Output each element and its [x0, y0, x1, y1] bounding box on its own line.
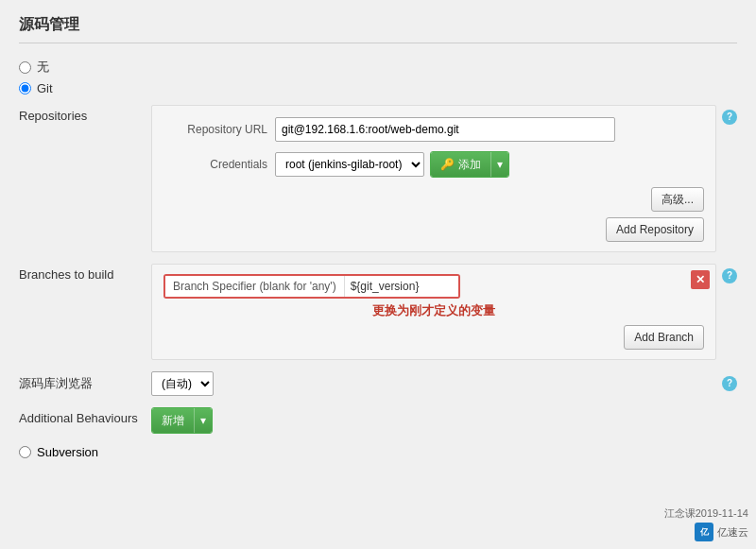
source-browser-field: 源码库浏览器 (自动) ? — [19, 371, 737, 396]
remove-branch-button[interactable]: ✕ — [691, 270, 710, 289]
watermark-logo: 亿 亿速云 — [695, 523, 748, 541]
branch-specifier-input[interactable] — [345, 276, 458, 297]
add-branch-row: Add Branch — [163, 325, 704, 350]
advanced-row: 高级... — [163, 187, 704, 212]
subversion-row: Subversion — [19, 445, 737, 459]
credentials-controls: root (jenkins-gilab-root) 🔑 添加 ▾ — [275, 151, 509, 178]
watermark-text-2: 亿速云 — [717, 525, 748, 540]
additional-behaviours-field: Additional Behaviours 新增 ▾ — [19, 407, 737, 434]
credentials-select[interactable]: root (jenkins-gilab-root) — [275, 152, 424, 177]
add-behaviour-dropdown[interactable]: ▾ — [195, 408, 212, 433]
watermark-text-1: 江念课2019-11-14 — [664, 506, 748, 521]
radio-none-item: 无 — [19, 59, 737, 76]
branches-field: Branches to build ✕ Branch Specifier (bl… — [19, 264, 737, 360]
additional-behaviours-content: 新增 ▾ — [151, 407, 737, 434]
repo-url-input[interactable] — [275, 117, 615, 142]
scm-radio-group: 无 Git — [19, 59, 737, 95]
credentials-row: Credentials root (jenkins-gilab-root) 🔑 … — [163, 151, 704, 178]
repositories-label: Repositories — [19, 105, 151, 123]
main-panel: 源码管理 无 Git Repositories Repository URL — [0, 0, 756, 549]
add-credentials-button[interactable]: 🔑 添加 — [431, 152, 491, 177]
source-browser-label: 源码库浏览器 — [19, 371, 151, 392]
add-credentials-btn-group: 🔑 添加 ▾ — [430, 151, 509, 178]
branch-specifier-label: Branch Specifier (blank for 'any') — [165, 276, 345, 297]
source-browser-help-icon[interactable]: ? — [722, 376, 737, 391]
source-browser-select[interactable]: (自动) — [151, 371, 214, 396]
repo-url-row: Repository URL — [163, 117, 704, 142]
dropdown-arrow-icon: ▾ — [497, 158, 503, 171]
branches-label: Branches to build — [19, 264, 151, 282]
add-behaviour-button[interactable]: 新增 — [152, 408, 195, 433]
add-credentials-dropdown[interactable]: ▾ — [491, 152, 508, 177]
repositories-box: Repository URL Credentials root (jenkins… — [151, 105, 716, 252]
radio-none-label[interactable]: 无 — [37, 59, 49, 76]
add-branch-button[interactable]: Add Branch — [624, 325, 704, 350]
radio-git-item: Git — [19, 81, 737, 95]
credentials-label: Credentials — [163, 158, 267, 171]
branch-hint-text: 更换为刚才定义的变量 — [163, 302, 704, 319]
branches-help-icon[interactable]: ? — [722, 268, 737, 283]
repositories-content: Repository URL Credentials root (jenkins… — [151, 105, 716, 252]
radio-subversion-label[interactable]: Subversion — [37, 445, 98, 459]
add-behaviour-btn-group: 新增 ▾ — [151, 407, 213, 434]
add-repo-row: Add Repository — [163, 217, 704, 242]
yisu-logo-icon: 亿 — [695, 523, 713, 541]
additional-behaviours-label: Additional Behaviours — [19, 407, 151, 425]
branches-content: ✕ Branch Specifier (blank for 'any') 更换为… — [151, 264, 716, 360]
page-title: 源码管理 — [19, 15, 737, 43]
watermark: 江念课2019-11-14 亿 亿速云 — [664, 506, 748, 541]
radio-none[interactable] — [19, 61, 31, 74]
key-icon: 🔑 — [440, 158, 455, 171]
repositories-help-icon[interactable]: ? — [722, 110, 737, 125]
behaviour-dropdown-icon: ▾ — [200, 414, 206, 427]
branch-specifier-row: Branch Specifier (blank for 'any') — [163, 274, 460, 299]
source-browser-content: (自动) — [151, 371, 716, 396]
advanced-button[interactable]: 高级... — [651, 187, 704, 212]
radio-git[interactable] — [19, 82, 31, 94]
add-repository-button[interactable]: Add Repository — [606, 217, 704, 242]
radio-subversion[interactable] — [19, 446, 31, 458]
radio-git-label[interactable]: Git — [37, 81, 53, 95]
repo-url-label: Repository URL — [163, 123, 267, 136]
repositories-field: Repositories Repository URL Credentials — [19, 105, 737, 252]
branches-box: ✕ Branch Specifier (blank for 'any') 更换为… — [151, 264, 716, 360]
